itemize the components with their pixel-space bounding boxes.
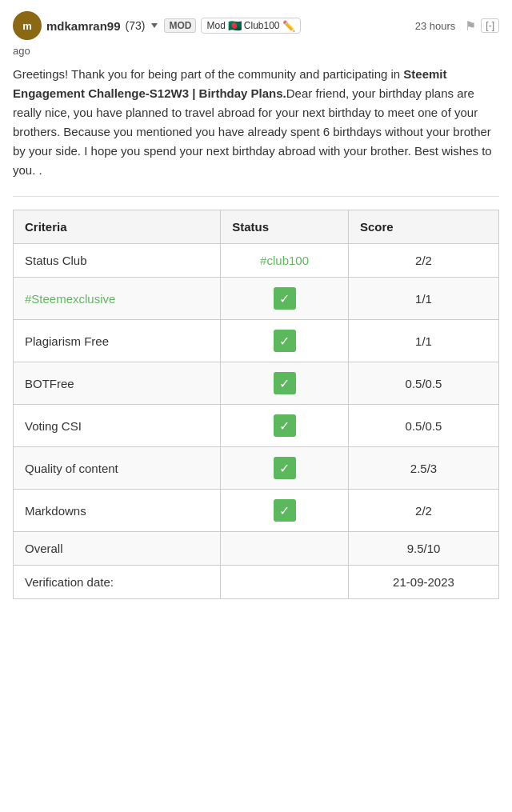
pencil-icon[interactable]: ✏️ bbox=[282, 20, 295, 32]
criteria-table: Criteria Status Score Status Club#club10… bbox=[13, 210, 499, 599]
status-link[interactable]: #club100 bbox=[260, 254, 309, 267]
score-cell: 0.5/0.5 bbox=[348, 362, 498, 405]
criteria-cell: Verification date: bbox=[14, 566, 221, 599]
post-content: Greetings! Thank you for being part of t… bbox=[13, 65, 499, 180]
check-icon: ✓ bbox=[274, 414, 296, 437]
score-cell: 2.5/3 bbox=[348, 447, 498, 490]
status-cell: #club100 bbox=[221, 244, 349, 278]
status-cell bbox=[221, 566, 349, 599]
table-row: BOTFree✓0.5/0.5 bbox=[14, 362, 499, 405]
criteria-cell: Plagiarism Free bbox=[14, 320, 221, 362]
table-row: Overall9.5/10 bbox=[14, 532, 499, 566]
col-score-header: Score bbox=[348, 210, 498, 244]
check-icon: ✓ bbox=[274, 457, 296, 479]
table-row: Quality of content✓2.5/3 bbox=[14, 447, 499, 490]
score-cell: 9.5/10 bbox=[348, 532, 498, 566]
score-cell: 2/2 bbox=[348, 244, 498, 278]
avatar-initials: m bbox=[22, 20, 32, 32]
post-time: 23 hours bbox=[415, 20, 456, 32]
check-icon: ✓ bbox=[274, 287, 296, 310]
post-card: m mdkamran99 (73) MOD Mod 🇧🇩 Club100 ✏️ … bbox=[0, 0, 512, 615]
bangladesh-flag-icon: 🇧🇩 bbox=[228, 19, 242, 32]
status-cell: ✓ bbox=[221, 447, 349, 490]
username[interactable]: mdkamran99 bbox=[46, 19, 121, 33]
flag-icon[interactable]: ⚑ bbox=[465, 18, 476, 34]
table-row: Status Club#club1002/2 bbox=[14, 244, 499, 278]
club100-label: Club100 bbox=[244, 20, 280, 31]
criteria-cell: Overall bbox=[14, 532, 221, 566]
table-row: Verification date:21-09-2023 bbox=[14, 566, 499, 599]
mod-badge: MOD bbox=[164, 18, 196, 33]
criteria-cell: Voting CSI bbox=[14, 405, 221, 447]
score-cell: 2/2 bbox=[348, 490, 498, 532]
criteria-cell: Markdowns bbox=[14, 490, 221, 532]
criteria-cell: BOTFree bbox=[14, 362, 221, 405]
table-row: #Steemexclusive✓1/1 bbox=[14, 278, 499, 320]
score-cell: 0.5/0.5 bbox=[348, 405, 498, 447]
status-cell: ✓ bbox=[221, 278, 349, 320]
table-header-row: Criteria Status Score bbox=[14, 210, 499, 244]
club-badge-mod: Mod bbox=[206, 20, 225, 31]
check-icon: ✓ bbox=[274, 372, 296, 394]
post-header: m mdkamran99 (73) MOD Mod 🇧🇩 Club100 ✏️ … bbox=[13, 11, 499, 40]
check-icon: ✓ bbox=[274, 499, 296, 522]
score-cell: 21-09-2023 bbox=[348, 566, 498, 599]
criteria-cell: Quality of content bbox=[14, 447, 221, 490]
score-cell: 1/1 bbox=[348, 278, 498, 320]
table-row: Voting CSI✓0.5/0.5 bbox=[14, 405, 499, 447]
ago-text: ago bbox=[13, 45, 499, 57]
chevron-down-icon[interactable] bbox=[151, 23, 158, 28]
status-cell: ✓ bbox=[221, 490, 349, 532]
criteria-cell: Status Club bbox=[14, 244, 221, 278]
status-cell bbox=[221, 532, 349, 566]
greeting-text: Greetings! Thank you for being part of t… bbox=[13, 67, 403, 81]
table-row: Plagiarism Free✓1/1 bbox=[14, 320, 499, 362]
club-badge: Mod 🇧🇩 Club100 ✏️ bbox=[201, 18, 300, 34]
col-status-header: Status bbox=[221, 210, 349, 244]
score-cell: 1/1 bbox=[348, 320, 498, 362]
status-cell: ✓ bbox=[221, 320, 349, 362]
criteria-link[interactable]: #Steemexclusive bbox=[25, 292, 115, 306]
reputation: (73) bbox=[126, 19, 146, 32]
collapse-button[interactable]: [-] bbox=[481, 18, 499, 33]
status-cell: ✓ bbox=[221, 362, 349, 405]
col-criteria-header: Criteria bbox=[14, 210, 221, 244]
avatar: m bbox=[13, 11, 42, 40]
divider bbox=[13, 196, 499, 197]
check-icon: ✓ bbox=[274, 330, 296, 352]
table-row: Markdowns✓2/2 bbox=[14, 490, 499, 532]
status-cell: ✓ bbox=[221, 405, 349, 447]
criteria-cell: #Steemexclusive bbox=[14, 278, 221, 320]
